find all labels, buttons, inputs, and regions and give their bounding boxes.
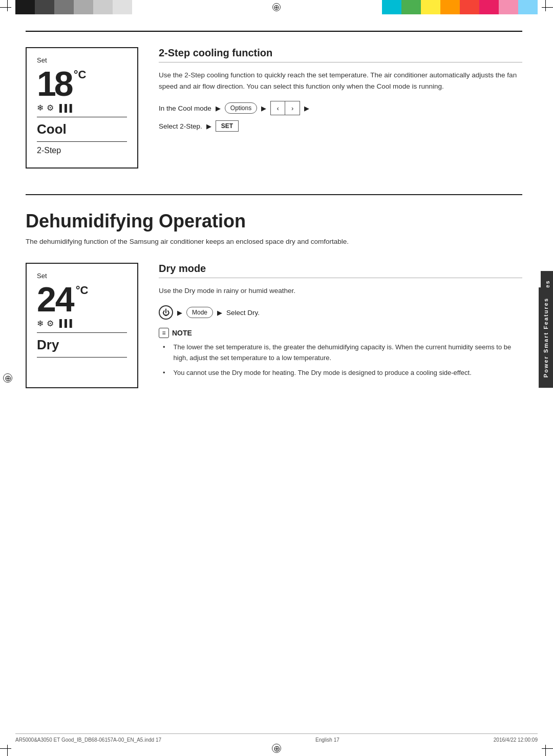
swatch-orange bbox=[440, 0, 460, 14]
bar-icon: ▐▐▐ bbox=[57, 104, 72, 112]
arrow-1: ▶ bbox=[216, 104, 221, 112]
fan-icon-dry: ⚙ bbox=[47, 319, 54, 328]
top-color-bar: ⊕ bbox=[0, 0, 553, 14]
mode-label-cooling: Cool bbox=[37, 121, 127, 137]
dry-section-body: Use the Dry mode in rainy or humid weath… bbox=[159, 285, 522, 297]
page-content: Set 18 °C ❄ ⚙ ▐▐▐ Cool 2-Step 2-Step coo… bbox=[26, 31, 522, 725]
swatch-magenta bbox=[479, 0, 499, 14]
note-text-2: You cannot use the Dry mode for heating.… bbox=[174, 368, 472, 379]
swatch-red bbox=[460, 0, 479, 14]
swatch-cyan bbox=[382, 0, 401, 14]
options-button[interactable]: Options bbox=[225, 102, 257, 114]
note-label: NOTE bbox=[172, 329, 192, 337]
temp-display-dry: 24 °C bbox=[37, 282, 127, 317]
arrow-3: ▶ bbox=[304, 104, 309, 112]
footer-page: English 17 bbox=[315, 737, 339, 743]
swatch-light-blue bbox=[518, 0, 538, 14]
panel-divider-1 bbox=[37, 117, 127, 117]
cooling-display-panel: Set 18 °C ❄ ⚙ ▐▐▐ Cool 2-Step bbox=[26, 47, 138, 169]
cooling-control-row-2: Select 2-Step. ▶ SET bbox=[159, 120, 522, 132]
crop-mark-bl-h bbox=[0, 748, 11, 749]
swatch-gray bbox=[74, 0, 93, 14]
select-2step-label: Select 2-Step. bbox=[159, 122, 202, 130]
note-item-1: The lower the set temperature is, the gr… bbox=[163, 342, 522, 364]
set-button[interactable]: SET bbox=[216, 120, 239, 132]
footer-left: AR5000&A3050 ET Good_IB_DB68-06157A-00_E… bbox=[15, 737, 161, 743]
chevron-left-button[interactable]: ‹ bbox=[271, 101, 285, 115]
note-icon: ≡ bbox=[159, 328, 169, 338]
main-divider bbox=[26, 194, 522, 195]
dry-mode-label: Dry bbox=[37, 337, 127, 353]
cooling-section-title: 2-Step cooling function bbox=[159, 47, 522, 62]
swatch-mid-gray bbox=[54, 0, 74, 14]
arrow-dry-2: ▶ bbox=[217, 309, 222, 317]
dry-panel-divider-1 bbox=[37, 332, 127, 333]
temp-unit-dry: °C bbox=[76, 285, 89, 296]
arrow-dry-1: ▶ bbox=[177, 309, 182, 317]
snowflake-icon-dry: ❄ bbox=[37, 319, 44, 328]
mode-button[interactable]: Mode bbox=[186, 307, 213, 318]
footer-right: 2016/4/22 12:00:09 bbox=[494, 737, 538, 743]
temp-display-cooling: 18 °C bbox=[37, 66, 127, 101]
set-label-cooling: Set bbox=[37, 56, 127, 64]
dry-section: Set 24 °C ❄ ⚙ ▐▐▐ Dry Dry mode Use the D… bbox=[26, 263, 522, 388]
dehumidify-section: Dehumidifying Operation The dehumidifyin… bbox=[26, 211, 522, 388]
temperature-dry: 24 bbox=[37, 282, 74, 317]
arrow-buttons[interactable]: ‹ › bbox=[270, 101, 300, 115]
swatch-pink bbox=[499, 0, 518, 14]
cooling-control-row-1: In the Cool mode ▶ Options ▶ ‹ › ▶ bbox=[159, 101, 522, 115]
note-header: ≡ NOTE bbox=[159, 328, 522, 338]
reg-mark-bottom: ⊕ bbox=[272, 744, 281, 753]
icons-row-dry: ❄ ⚙ ▐▐▐ bbox=[37, 319, 127, 328]
sidebar-power-smart-tab: Power Smart Features bbox=[539, 287, 553, 388]
swatch-light-gray bbox=[93, 0, 113, 14]
swatch-black bbox=[15, 0, 35, 14]
temp-unit-cooling: °C bbox=[74, 69, 87, 80]
temperature-cooling: 18 bbox=[37, 66, 72, 101]
reg-mark-top: ⊕ bbox=[272, 3, 281, 11]
dry-section-title: Dry mode bbox=[159, 263, 522, 278]
mode-sub-cooling: 2-Step bbox=[37, 146, 127, 155]
note-text-1: The lower the set temperature is, the gr… bbox=[174, 342, 522, 364]
note-list: The lower the set temperature is, the gr… bbox=[159, 342, 522, 378]
crop-mark-br-v bbox=[545, 745, 546, 756]
snowflake-icon: ❄ bbox=[37, 103, 44, 113]
arrow-4: ▶ bbox=[206, 122, 211, 130]
sidebar-tab-label: Power Smart Features bbox=[543, 298, 549, 377]
note-section: ≡ NOTE The lower the set temperature is,… bbox=[159, 328, 522, 378]
swatch-yellow bbox=[421, 0, 440, 14]
power-icon: ⏻ bbox=[159, 305, 173, 320]
crop-mark-br-h bbox=[542, 748, 553, 749]
arrow-2: ▶ bbox=[261, 104, 266, 112]
panel-divider-2 bbox=[37, 141, 127, 142]
swatch-dark-gray bbox=[35, 0, 54, 14]
swatch-green bbox=[401, 0, 421, 14]
top-rule bbox=[26, 31, 522, 32]
chevron-right-button[interactable]: › bbox=[285, 101, 300, 115]
cooling-section-body: Use the 2-Step cooling function to quick… bbox=[159, 70, 522, 92]
note-item-2: You cannot use the Dry mode for heating.… bbox=[163, 368, 522, 379]
dry-panel-divider-2 bbox=[37, 357, 127, 358]
in-cool-mode-label: In the Cool mode bbox=[159, 104, 211, 112]
set-label-dry: Set bbox=[37, 272, 127, 280]
crop-mark-bl-v bbox=[7, 745, 8, 756]
fan-icon: ⚙ bbox=[47, 103, 54, 113]
cooling-section-right: 2-Step cooling function Use the 2-Step c… bbox=[159, 47, 522, 169]
bottom-bar: AR5000&A3050 ET Good_IB_DB68-06157A-00_E… bbox=[15, 733, 538, 743]
power-symbol: ⏻ bbox=[162, 308, 169, 317]
dry-control-row: ⏻ ▶ Mode ▶ Select Dry. bbox=[159, 305, 522, 320]
swatch-very-light-gray bbox=[113, 0, 132, 14]
reg-mark-left: ⊕ bbox=[3, 373, 12, 383]
dry-display-panel: Set 24 °C ❄ ⚙ ▐▐▐ Dry bbox=[26, 263, 138, 388]
icons-row-cooling: ❄ ⚙ ▐▐▐ bbox=[37, 103, 127, 113]
bar-icon-dry: ▐▐▐ bbox=[57, 319, 72, 327]
dehumidify-title: Dehumidifying Operation bbox=[26, 211, 522, 232]
dehumidify-desc: The dehumidifying function of the Samsun… bbox=[26, 236, 522, 247]
select-dry-label: Select Dry. bbox=[226, 309, 260, 317]
cooling-section: Set 18 °C ❄ ⚙ ▐▐▐ Cool 2-Step 2-Step coo… bbox=[26, 47, 522, 169]
dry-section-right: Dry mode Use the Dry mode in rainy or hu… bbox=[159, 263, 522, 388]
